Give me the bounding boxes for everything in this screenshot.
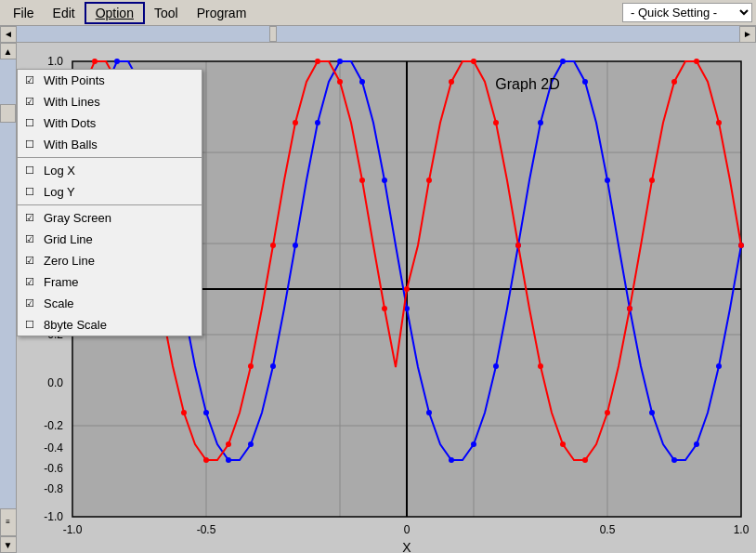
- separator-2: [18, 204, 202, 205]
- svg-text:1.0: 1.0: [47, 55, 63, 68]
- vscroll-left: ▲ ≡ ▼: [0, 43, 17, 553]
- svg-text:X: X: [402, 540, 411, 553]
- svg-point-29: [426, 410, 432, 415]
- svg-point-36: [582, 79, 588, 85]
- separator-1: [18, 157, 202, 158]
- svg-point-32: [493, 363, 499, 369]
- quick-setting-container: - Quick Setting -: [622, 3, 752, 22]
- menu-program[interactable]: Program: [188, 4, 256, 22]
- svg-point-66: [560, 441, 566, 447]
- menu-item-with-balls[interactable]: ☐ With Balls: [18, 134, 202, 155]
- svg-point-72: [694, 59, 699, 64]
- svg-text:-0.4: -0.4: [44, 441, 63, 454]
- check-8byte-scale-icon: ☐: [25, 319, 40, 331]
- menu-item-gray-screen[interactable]: ☑ Gray Screen: [18, 207, 202, 229]
- hscroll-thumb[interactable]: [269, 26, 277, 42]
- menubar: File Edit Option Tool Program - Quick Se…: [0, 0, 756, 26]
- menu-item-log-x[interactable]: ☐ Log X: [18, 160, 202, 181]
- svg-text:-0.6: -0.6: [44, 462, 63, 475]
- check-log-x-icon: ☐: [25, 165, 40, 177]
- menu-edit[interactable]: Edit: [44, 4, 85, 22]
- menu-item-with-lines[interactable]: ☑ With Lines: [18, 91, 202, 112]
- svg-text:-0.2: -0.2: [44, 419, 63, 432]
- menu-item-with-points[interactable]: ☑ With Points: [18, 70, 202, 91]
- svg-point-52: [248, 363, 254, 369]
- svg-point-24: [315, 120, 320, 125]
- menu-item-scale[interactable]: ☑ Scale: [18, 293, 202, 314]
- menu-item-grid-line[interactable]: ☑ Grid Line: [18, 229, 202, 250]
- svg-point-37: [605, 178, 610, 183]
- svg-point-35: [560, 59, 566, 64]
- svg-text:-0.5: -0.5: [197, 523, 216, 536]
- menu-item-8byte-scale[interactable]: ☐ 8byte Scale: [18, 314, 202, 336]
- svg-point-42: [716, 363, 722, 369]
- svg-text:0.5: 0.5: [600, 523, 616, 536]
- svg-text:0: 0: [404, 523, 411, 536]
- option-dropdown-menu: ☑ With Points ☑ With Lines ☐ With Dots ☐…: [17, 69, 202, 336]
- menu-option[interactable]: Option: [85, 2, 145, 24]
- check-log-y-icon: ☐: [25, 186, 40, 198]
- svg-text:Graph 2D: Graph 2D: [495, 76, 559, 92]
- svg-point-63: [493, 120, 499, 125]
- svg-point-71: [671, 79, 677, 85]
- svg-point-55: [315, 59, 320, 64]
- svg-point-67: [582, 457, 588, 463]
- check-with-lines-icon: ☑: [25, 96, 40, 108]
- main-content: ▲ ≡ ▼: [0, 43, 756, 553]
- svg-point-74: [738, 243, 744, 248]
- check-with-points-icon: ☑: [25, 74, 40, 86]
- svg-point-41: [694, 441, 699, 447]
- svg-text:1.0: 1.0: [734, 523, 749, 536]
- svg-point-15: [114, 59, 120, 64]
- svg-point-45: [92, 59, 98, 64]
- svg-point-59: [404, 286, 410, 292]
- svg-point-54: [293, 120, 298, 125]
- hscroll-top: ◄ ►: [0, 26, 756, 43]
- svg-point-25: [337, 59, 343, 64]
- svg-point-19: [203, 410, 209, 415]
- svg-point-65: [538, 363, 543, 369]
- svg-point-34: [538, 120, 543, 125]
- svg-point-62: [471, 59, 476, 64]
- hscroll-right-button[interactable]: ►: [739, 26, 756, 43]
- svg-point-30: [449, 457, 454, 463]
- vscroll-mid-button[interactable]: ≡: [0, 508, 17, 536]
- check-with-balls-icon: ☐: [25, 138, 40, 151]
- vscroll-thumb[interactable]: [0, 104, 16, 123]
- check-zero-line-icon: ☑: [25, 255, 40, 267]
- svg-text:-0.8: -0.8: [44, 482, 63, 495]
- check-grid-line-icon: ☑: [25, 233, 40, 245]
- vscroll-track[interactable]: [0, 59, 16, 508]
- svg-point-21: [248, 441, 254, 447]
- svg-point-31: [471, 441, 476, 447]
- svg-point-23: [293, 243, 298, 248]
- svg-point-51: [226, 441, 231, 447]
- svg-point-73: [716, 120, 722, 125]
- svg-text:0.0: 0.0: [47, 376, 63, 389]
- svg-point-68: [605, 410, 610, 415]
- menu-item-zero-line[interactable]: ☑ Zero Line: [18, 250, 202, 271]
- svg-text:-1.0: -1.0: [63, 523, 83, 536]
- menu-item-log-y[interactable]: ☐ Log Y: [18, 181, 202, 203]
- menu-item-with-dots[interactable]: ☐ With Dots: [18, 112, 202, 134]
- svg-point-69: [627, 306, 632, 311]
- quick-setting-select[interactable]: - Quick Setting -: [622, 3, 752, 22]
- svg-point-53: [270, 243, 276, 248]
- svg-point-58: [382, 306, 387, 311]
- svg-point-61: [449, 79, 454, 85]
- svg-text:-1.0: -1.0: [44, 510, 63, 523]
- menu-tool[interactable]: Tool: [145, 4, 188, 22]
- hscroll-left-button[interactable]: ◄: [0, 26, 17, 43]
- hscroll-track[interactable]: [17, 26, 739, 42]
- svg-point-50: [203, 457, 209, 463]
- svg-point-56: [337, 79, 343, 85]
- svg-point-64: [515, 243, 521, 248]
- svg-point-26: [359, 79, 365, 85]
- menu-file[interactable]: File: [4, 4, 44, 22]
- vscroll-up-button[interactable]: ▲: [0, 43, 17, 59]
- svg-point-22: [270, 363, 276, 369]
- vscroll-down-button[interactable]: ▼: [0, 536, 17, 553]
- check-gray-screen-icon: ☑: [25, 212, 40, 224]
- menu-item-frame[interactable]: ☑ Frame: [18, 271, 202, 293]
- check-scale-icon: ☑: [25, 297, 40, 309]
